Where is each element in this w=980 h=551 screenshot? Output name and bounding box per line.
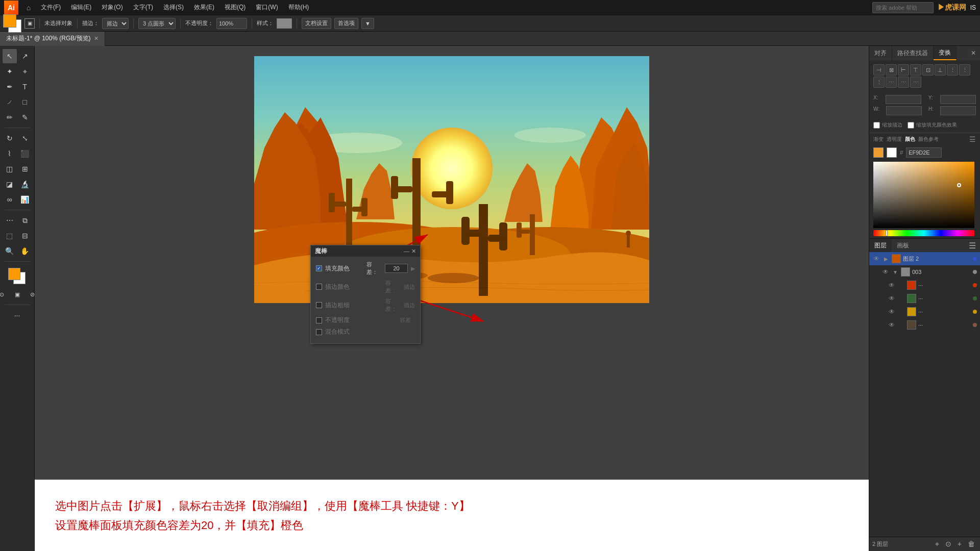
transparency-tab[interactable]: 渐变 — [873, 136, 884, 143]
menu-object[interactable]: 对象(O) — [97, 2, 127, 13]
layer-2-expand[interactable]: ▶ — [883, 255, 890, 262]
symbol-spray-tool[interactable]: ⋯ — [3, 213, 17, 228]
canvas-container[interactable]: 魔棒 — ✕ 填充颜色 容差： ▶ — [35, 46, 869, 480]
layer-item-green[interactable]: 👁 ··· — [869, 292, 980, 305]
scale-effects-checkbox[interactable] — [908, 122, 914, 129]
hex-color-input[interactable] — [906, 147, 942, 158]
layer-item-yellow[interactable]: 👁 ··· — [869, 305, 980, 318]
layer-item-red[interactable]: 👁 ··· — [869, 279, 980, 292]
stroke-icon[interactable]: ▣ — [24, 18, 35, 29]
color-spectrum[interactable] — [873, 162, 974, 228]
distribute-right-btn[interactable]: ⋮ — [873, 77, 885, 88]
scale-tool[interactable]: ⤡ — [18, 131, 32, 145]
layer-item-dark[interactable]: 👁 ··· — [869, 318, 980, 332]
make-mask-btn[interactable]: ⊙ — [943, 539, 953, 549]
menu-effect[interactable]: 效果(E) — [190, 2, 218, 13]
align-top-btn[interactable]: ⊤ — [910, 64, 921, 76]
menu-window[interactable]: 窗口(W) — [252, 2, 282, 13]
home-icon[interactable]: ⌂ — [22, 2, 35, 14]
magic-wand-tool[interactable]: ✦ — [3, 64, 17, 79]
layers-menu-btn[interactable]: ☰ — [965, 241, 980, 251]
distribute-bottom-btn[interactable]: ⋯ — [910, 77, 921, 88]
panel-menu-icon[interactable]: ☰ — [969, 135, 976, 143]
paintbrush-tool[interactable]: ✏ — [3, 110, 17, 124]
layer-green-eye[interactable]: 👁 — [888, 294, 896, 303]
tab-transform[interactable]: 变换 — [934, 46, 957, 60]
foreground-color-swatch[interactable] — [3, 14, 16, 28]
menu-file[interactable]: 文件(F) — [37, 2, 65, 13]
rotate-tool[interactable]: ↻ — [3, 131, 17, 145]
bg-color-swatch[interactable] — [887, 147, 897, 158]
x-input[interactable] — [886, 95, 921, 104]
perspective-tool[interactable]: ◫ — [3, 162, 17, 176]
opacity-input[interactable] — [216, 18, 247, 29]
pen-tool[interactable]: ✒ — [3, 80, 17, 94]
align-center-h-btn[interactable]: ⊠ — [886, 64, 897, 76]
slice-tool[interactable]: ⊟ — [18, 229, 32, 243]
layer-item-003[interactable]: 👁 ▼ 003 — [869, 265, 980, 279]
blend-checkbox[interactable] — [316, 329, 322, 335]
eyedropper-tool[interactable]: 🔬 — [18, 177, 32, 191]
type-tool[interactable]: T — [18, 80, 32, 94]
align-center-v-btn[interactable]: ⊡ — [922, 64, 934, 76]
layer-003-expand[interactable]: ▼ — [892, 268, 899, 276]
tab-align[interactable]: 对齐 — [869, 46, 892, 60]
layer-003-eye[interactable]: 👁 — [881, 268, 890, 276]
search-input[interactable] — [872, 2, 934, 13]
artboard-tab[interactable]: 画板 — [892, 239, 914, 252]
y-input[interactable] — [940, 95, 976, 104]
distribute-center-v-btn[interactable]: ⋯ — [898, 77, 909, 88]
hue-slider[interactable] — [873, 230, 974, 236]
tool-fg-color[interactable] — [8, 268, 20, 280]
w-input[interactable] — [886, 106, 922, 115]
layer-2-eye[interactable]: 👁 — [872, 255, 880, 263]
align-right-btn[interactable]: ⊢ — [898, 64, 909, 76]
layer-yellow-eye[interactable]: 👁 — [888, 308, 896, 316]
fg-color-swatch[interactable] — [873, 147, 884, 158]
menu-edit[interactable]: 编辑(E) — [67, 2, 95, 13]
layers-tab[interactable]: 图层 — [869, 239, 892, 252]
warp-tool[interactable]: ⌇ — [3, 146, 17, 161]
color-tab-active[interactable]: 颜色 — [905, 136, 915, 143]
fill-color-tolerance-input[interactable] — [385, 264, 408, 273]
tool-select[interactable]: 摇边 — [102, 18, 129, 29]
panel-controls[interactable]: — ✕ — [404, 248, 416, 255]
chart-tool[interactable]: 📊 — [18, 192, 32, 207]
doc-tab[interactable]: 未标题-1* @ 100% (RGB/预览) ✕ — [0, 32, 105, 46]
fill-color-checkbox[interactable] — [316, 265, 322, 271]
tab-close-btn[interactable]: ✕ — [94, 35, 99, 42]
tab-pathfinder[interactable]: 路径查找器 — [892, 46, 934, 60]
locate-layer-btn[interactable]: ⌖ — [933, 539, 941, 549]
point-style-select[interactable]: 3 点圆形 — [138, 18, 176, 29]
doc-setup-btn[interactable]: 文档设置 — [302, 18, 331, 29]
column-graph-tool[interactable]: ⧉ — [18, 213, 32, 228]
color-ref-tab[interactable]: 颜色参考 — [918, 136, 939, 143]
panel-minimize[interactable]: — — [404, 248, 409, 255]
menu-help[interactable]: 帮助(H) — [284, 2, 313, 13]
stroke-width-checkbox[interactable] — [316, 302, 322, 308]
line-tool[interactable]: ⟋ — [3, 95, 17, 109]
more-tools-btn[interactable]: ··· — [5, 308, 30, 322]
create-new-layer-btn[interactable]: + — [955, 539, 964, 549]
hand-tool[interactable]: ✋ — [18, 244, 32, 258]
direct-selection-tool[interactable]: ↗ — [18, 49, 32, 63]
menu-text[interactable]: 文字(T) — [129, 2, 157, 13]
color-mode-btn[interactable]: ⊙ — [0, 287, 9, 302]
delete-layer-btn[interactable]: 🗑 — [966, 539, 977, 549]
zoom-tool[interactable]: 🔍 — [3, 244, 17, 258]
pencil-tool[interactable]: ✎ — [18, 110, 32, 124]
panel-close[interactable]: ✕ — [411, 248, 416, 255]
preferences-btn[interactable]: 首选项 — [334, 18, 358, 29]
align-left-btn[interactable]: ⊣ — [873, 64, 885, 76]
fill-color-arrow[interactable]: ▶ — [411, 265, 415, 272]
transparency-label[interactable]: 透明度 — [887, 136, 902, 143]
selection-tool[interactable]: ↖ — [3, 49, 17, 63]
opacity-checkbox[interactable] — [316, 317, 322, 323]
layer-item-2[interactable]: 👁 ▶ 图层 2 — [869, 252, 980, 265]
shape-tool[interactable]: □ — [18, 95, 32, 109]
align-bottom-btn[interactable]: ⊥ — [935, 64, 946, 76]
layer-red-eye[interactable]: 👁 — [888, 281, 896, 289]
menu-select[interactable]: 选择(S) — [159, 2, 188, 13]
extras-btn[interactable]: ▼ — [361, 18, 374, 29]
menu-view[interactable]: 视图(Q) — [220, 2, 250, 13]
